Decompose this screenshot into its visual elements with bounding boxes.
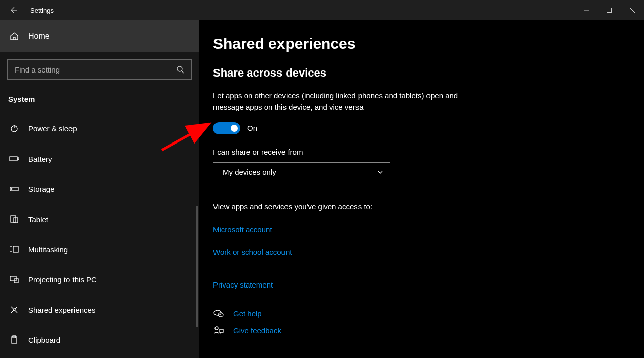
get-help-link[interactable]: Get help <box>233 309 262 318</box>
shared-experiences-icon <box>9 305 19 314</box>
arrow-left-icon <box>9 6 17 14</box>
sidebar-item-label: Battery <box>28 155 52 163</box>
microsoft-account-link[interactable]: Microsoft account <box>213 225 272 234</box>
sidebar-item-label: Multitasking <box>28 245 68 254</box>
sidebar-section-label: System <box>0 80 199 108</box>
home-icon <box>9 32 19 41</box>
sidebar-item-label: Tablet <box>28 215 48 224</box>
sidebar-home-label: Home <box>28 32 50 41</box>
sidebar-item-label: Projecting to this PC <box>28 275 97 284</box>
close-button[interactable] <box>621 2 644 18</box>
maximize-button[interactable] <box>598 2 621 18</box>
clipboard-icon <box>9 335 19 344</box>
svg-rect-1 <box>607 8 612 13</box>
svg-line-19 <box>11 307 13 309</box>
give-feedback-row[interactable]: Give feedback <box>213 326 630 335</box>
share-from-dropdown[interactable]: My devices only <box>213 162 390 182</box>
sidebar-item-multitasking[interactable]: Multitasking <box>0 234 199 264</box>
multitasking-icon <box>9 245 19 253</box>
back-button[interactable] <box>5 2 21 18</box>
sidebar-item-label: Clipboard <box>28 336 60 344</box>
sidebar-item-battery[interactable]: Battery <box>0 144 199 174</box>
sidebar-item-projecting[interactable]: Projecting to this PC <box>0 264 199 295</box>
battery-icon <box>9 155 19 162</box>
svg-point-23 <box>13 309 15 311</box>
work-school-account-link[interactable]: Work or school account <box>213 248 292 256</box>
main-content: Shared experiences Share across devices … <box>199 20 644 358</box>
svg-rect-16 <box>13 246 18 252</box>
sidebar-home[interactable]: Home <box>0 20 199 52</box>
sidebar-item-label: Shared experiences <box>28 306 95 314</box>
sidebar-item-shared-experiences[interactable]: Shared experiences <box>0 295 199 325</box>
sidebar-item-clipboard[interactable]: Clipboard <box>0 325 199 355</box>
svg-line-5 <box>182 71 184 73</box>
svg-point-4 <box>177 66 182 71</box>
toggle-knob <box>231 125 238 132</box>
power-icon <box>9 124 19 133</box>
search-input[interactable] <box>15 65 176 74</box>
search-icon <box>176 65 184 74</box>
window-controls <box>575 2 644 18</box>
svg-line-21 <box>11 311 13 313</box>
storage-icon <box>9 185 19 192</box>
projecting-icon <box>9 275 19 283</box>
share-across-devices-toggle[interactable] <box>213 122 240 134</box>
chevron-down-icon <box>377 169 384 176</box>
section-heading: Share across devices <box>213 66 630 80</box>
tablet-icon <box>9 214 19 224</box>
get-help-row[interactable]: Get help <box>213 309 630 318</box>
page-title: Shared experiences <box>213 35 630 52</box>
sidebar-item-storage[interactable]: Storage <box>0 174 199 204</box>
sidebar-item-label: Storage <box>28 185 55 193</box>
svg-point-11 <box>11 189 12 190</box>
sidebar-item-power-sleep[interactable]: Power & sleep <box>0 113 199 144</box>
title-bar: Settings <box>0 0 644 20</box>
search-box[interactable] <box>7 59 192 80</box>
sidebar: Home System Power & sleep <box>0 20 199 358</box>
svg-rect-12 <box>11 216 16 222</box>
chat-icon <box>213 309 224 318</box>
svg-rect-8 <box>10 157 17 161</box>
dropdown-value: My devices only <box>223 168 276 176</box>
feedback-icon <box>213 326 224 335</box>
sidebar-item-label: Power & sleep <box>28 124 77 133</box>
svg-line-22 <box>15 311 17 313</box>
close-icon <box>629 7 635 13</box>
share-from-label: I can share or receive from <box>213 148 630 156</box>
give-feedback-link[interactable]: Give feedback <box>233 326 281 335</box>
svg-line-20 <box>15 307 17 309</box>
toggle-state-label: On <box>247 124 257 132</box>
minimize-icon <box>583 7 589 13</box>
sidebar-item-tablet[interactable]: Tablet <box>0 204 199 234</box>
privacy-statement-link[interactable]: Privacy statement <box>213 280 273 289</box>
minimize-button[interactable] <box>575 2 598 18</box>
maximize-icon <box>606 7 612 13</box>
svg-point-28 <box>215 327 218 330</box>
sidebar-scrollbar[interactable] <box>196 206 198 327</box>
window-title: Settings <box>30 7 54 14</box>
section-description: Let apps on other devices (including lin… <box>213 90 485 113</box>
svg-rect-9 <box>18 158 19 160</box>
access-text: View apps and services you've given acce… <box>213 202 630 211</box>
sidebar-nav: Power & sleep Battery Storage Tablet <box>0 113 199 355</box>
svg-point-27 <box>218 313 223 317</box>
